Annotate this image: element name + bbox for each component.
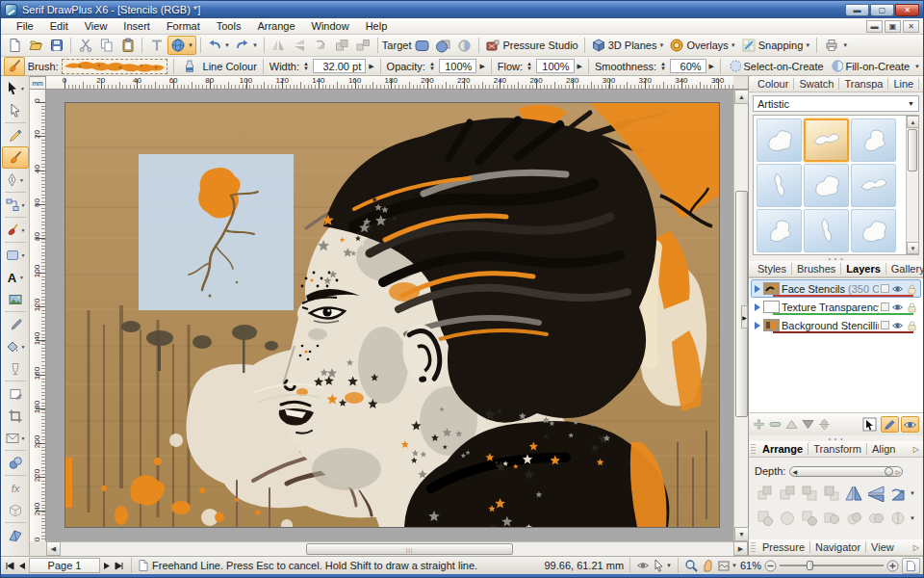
tab-transform[interactable]: Transform	[808, 443, 866, 455]
select-objects-button[interactable]	[860, 416, 879, 433]
tab-stencils[interactable]: Stencils	[918, 78, 924, 90]
panel-collapse-handle[interactable]: ▶	[741, 305, 748, 328]
layer-lock-icon[interactable]	[906, 320, 918, 331]
tab-colour[interactable]: Colour	[753, 78, 793, 90]
menu-help[interactable]: Help	[358, 19, 396, 33]
document-minimize-button[interactable]: ▬	[866, 20, 883, 33]
3d-planes-button[interactable]: 3D Planes▼	[589, 36, 667, 55]
menu-view[interactable]: View	[77, 19, 116, 33]
stencil-thumbnail-7[interactable]	[757, 209, 802, 252]
redo-button[interactable]: ▼	[233, 36, 260, 55]
stencil-thumbnail-2[interactable]	[804, 118, 849, 162]
page-indicator[interactable]: Page 1	[29, 558, 100, 573]
target-circle-button[interactable]	[433, 36, 453, 55]
horizontal-scrollbar[interactable]: |||	[61, 541, 733, 556]
move-layer-down-icon[interactable]	[802, 419, 814, 430]
combine-exclude-icon[interactable]	[821, 508, 842, 529]
layer-visible-icon[interactable]	[891, 302, 904, 313]
maximize-button[interactable]: ▢	[870, 4, 894, 16]
undo-button[interactable]: ▼	[205, 36, 232, 55]
menu-tools[interactable]: Tools	[209, 19, 249, 33]
colour-picker-tool[interactable]	[2, 313, 29, 335]
overlays-button[interactable]: Overlays▼	[667, 36, 737, 55]
stencil-category-dropdown[interactable]: Artistic ▼	[753, 95, 919, 112]
instant-3d-tool[interactable]	[2, 499, 29, 521]
zoom-slider-thumb[interactable]	[807, 561, 813, 570]
publish-web-button[interactable]: ▼	[167, 36, 196, 55]
context-toolbar-overflow-icon[interactable]: ▼	[914, 64, 920, 69]
stencil-scroll-up-icon[interactable]: ▲	[907, 116, 919, 128]
combine-add-icon[interactable]	[755, 508, 776, 529]
flip-vertical-icon[interactable]	[843, 483, 864, 504]
combine-subtract-icon[interactable]	[777, 508, 798, 529]
layer-visible-icon[interactable]	[891, 283, 904, 295]
layer-edit-checkbox[interactable]	[881, 302, 889, 311]
brush-tool-indicator-icon[interactable]	[4, 57, 25, 76]
tab-arrange[interactable]: Arrange	[757, 443, 808, 455]
tab-line[interactable]: Line	[887, 78, 918, 90]
flow-stepper[interactable]: ▲▼	[526, 62, 533, 71]
toolbar-overflow-icon[interactable]: ▼	[842, 42, 848, 48]
ruler-vertical[interactable]: 020406080100120140160180200220240260	[30, 90, 46, 541]
copy-button[interactable]	[96, 36, 116, 55]
preview-eye-icon[interactable]	[636, 560, 650, 571]
format-painter-button[interactable]	[146, 36, 167, 55]
stencil-thumbnail-4[interactable]	[757, 164, 802, 207]
divide-shapes-icon[interactable]	[887, 508, 909, 529]
pencil-tool[interactable]	[2, 124, 29, 146]
tab-swatch[interactable]: Swatch	[793, 78, 838, 90]
horizontal-scroll-thumb[interactable]: |||	[306, 543, 513, 555]
depth-slider-thumb[interactable]	[885, 467, 893, 476]
tab-transparency[interactable]: Transpa	[838, 78, 887, 90]
stencil-scrollbar[interactable]: ▲ ▼	[906, 116, 918, 254]
save-button[interactable]	[46, 36, 66, 55]
document-restore-button[interactable]: ▣	[885, 20, 901, 33]
tab-pressure[interactable]: Pressure	[757, 541, 809, 553]
previous-page-button[interactable]	[17, 562, 26, 570]
ruler-horizontal[interactable]: 0204060801001201401601802002202402602803…	[46, 76, 733, 90]
layer-expand-icon[interactable]	[755, 303, 760, 311]
menu-edit[interactable]: Edit	[42, 19, 76, 33]
quick-shape-tool[interactable]: ▼	[2, 244, 29, 266]
transparency-tool[interactable]	[2, 357, 29, 380]
stencil-thumbnail-3[interactable]	[851, 118, 896, 162]
layer-row-texture-transparency[interactable]: Texture Transparency (1 Ob	[751, 298, 921, 316]
view-quality-icon[interactable]: ▼	[717, 560, 737, 572]
menu-arrange[interactable]: Arrange	[249, 19, 302, 33]
rotate-icon[interactable]	[887, 483, 909, 504]
group-button[interactable]	[332, 36, 352, 55]
stencil-thumbnail-8[interactable]	[804, 209, 849, 252]
brush-stroke-preview[interactable]	[62, 59, 167, 74]
smoothness-input[interactable]: 60%	[670, 59, 706, 73]
tab-view[interactable]: View	[865, 541, 899, 553]
last-page-button[interactable]	[115, 562, 125, 570]
zoom-tool-icon[interactable]	[684, 559, 698, 572]
rotate-options-icon[interactable]: ▼	[910, 490, 915, 496]
scroll-down-icon[interactable]: ▼	[734, 527, 749, 541]
frame-tool[interactable]	[2, 382, 29, 405]
canvas-viewport[interactable]	[46, 90, 733, 541]
rotate-button[interactable]	[311, 36, 331, 55]
layer-lock-icon[interactable]	[906, 283, 918, 295]
target-rounded-square-button[interactable]	[412, 36, 432, 55]
crop-to-shape-icon[interactable]	[843, 508, 864, 529]
menu-format[interactable]: Format	[159, 19, 208, 33]
paintbrush-tool[interactable]	[2, 146, 29, 169]
flow-flyout-icon[interactable]: ▶	[578, 63, 582, 70]
cut-button[interactable]	[75, 36, 95, 55]
picture-brush-tool[interactable]: ▼	[2, 219, 29, 241]
pointer-tool[interactable]: ▼	[2, 77, 29, 99]
width-stepper[interactable]: ▲▼	[302, 62, 310, 71]
open-button[interactable]	[25, 36, 45, 55]
text-tool[interactable]: A▼	[2, 266, 29, 288]
ungroup-button[interactable]	[353, 36, 373, 55]
line-colour-icon[interactable]	[180, 57, 200, 76]
tab-align[interactable]: Align	[866, 443, 900, 455]
stencil-scroll-thumb[interactable]	[908, 129, 917, 171]
tabstrip-more-icon[interactable]: ▷	[913, 445, 923, 454]
pointer-mode-icon[interactable]: ▼	[653, 559, 672, 572]
document-close-button[interactable]: ✕	[903, 20, 919, 33]
tab-styles[interactable]: Styles	[753, 263, 791, 275]
opacity-flyout-icon[interactable]: ▶	[479, 63, 484, 70]
join-shapes-icon[interactable]	[865, 508, 886, 529]
